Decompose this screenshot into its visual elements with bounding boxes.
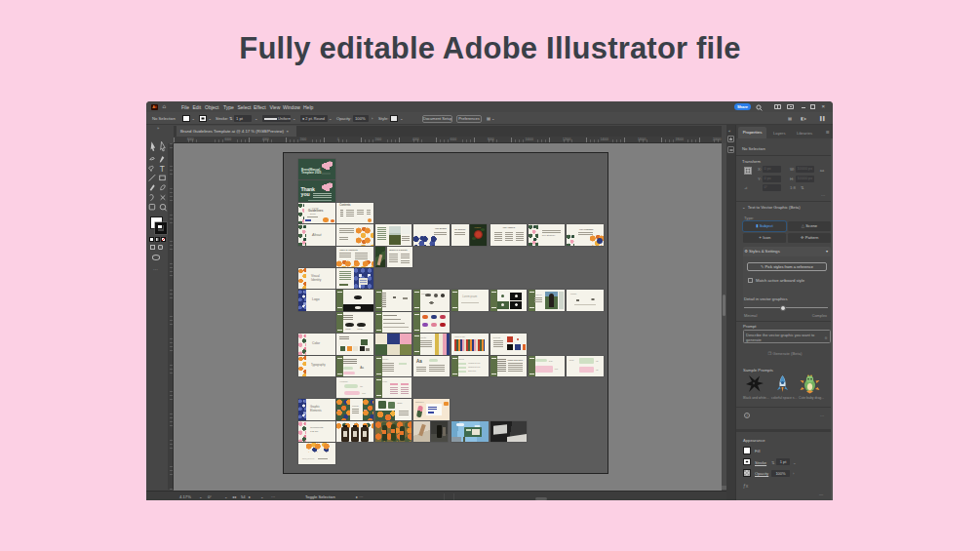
svg-text:T: T (160, 165, 165, 174)
